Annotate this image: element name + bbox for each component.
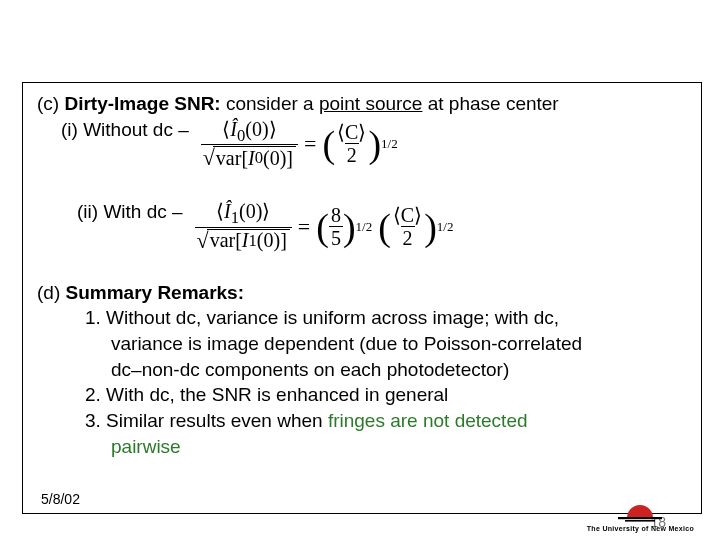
eq2-b-exp: 1/2 xyxy=(437,218,454,236)
section-c-line: (c) Dirty-Image SNR: consider a point so… xyxy=(37,91,691,117)
eq2-var: var[ xyxy=(210,230,242,251)
unm-logo-text: The University of New Mexico xyxy=(587,525,694,532)
remark-1-line3: dc–non-dc components on each photodetect… xyxy=(37,357,691,383)
eq2-bra: ⟨ xyxy=(216,200,224,222)
eq1-var: var[ xyxy=(216,148,248,169)
remark-3-line1: 3. Similar results even when fringes are… xyxy=(37,408,691,434)
unm-logo-icon xyxy=(617,498,663,524)
eq1-equals: = xyxy=(304,129,316,159)
svg-rect-1 xyxy=(625,520,655,522)
section-d-line: (d) Summary Remarks: xyxy=(37,280,691,306)
eq1-denI: I xyxy=(248,148,255,169)
eq1-rhs-den: 2 xyxy=(345,143,359,166)
remark-3-green2: pairwise xyxy=(111,436,181,457)
eq1-denarg: (0)] xyxy=(263,148,293,169)
eq2-denarg: (0)] xyxy=(257,230,287,251)
remark-2: 2. With dc, the SNR is enhanced in gener… xyxy=(37,382,691,408)
eq1-rhs-exp: 1/2 xyxy=(381,135,398,153)
eq2-a-den: 5 xyxy=(329,226,343,249)
subitem-ii-label: (ii) With dc – xyxy=(77,199,183,225)
subitem-i-label: (i) Without dc – xyxy=(61,117,189,143)
section-d-heading: Summary Remarks: xyxy=(66,282,244,303)
section-c-heading: Dirty-Image SNR: xyxy=(64,93,220,114)
eq2-a-num: 8 xyxy=(329,205,343,226)
section-c-tail1: consider a xyxy=(221,93,319,114)
eq1-numarg: (0)⟩ xyxy=(245,118,276,140)
section-d-label: (d) xyxy=(37,282,60,303)
section-c-label: (c) xyxy=(37,93,59,114)
slide: (c) Dirty-Image SNR: consider a point so… xyxy=(0,0,720,540)
remark-3-lead: 3. Similar results even when xyxy=(85,410,328,431)
footer-date: 5/8/02 xyxy=(41,491,80,507)
section-c-underlined: point source xyxy=(319,93,423,114)
eq2-numsub: 1 xyxy=(231,208,239,227)
remark-3-line2: pairwise xyxy=(37,434,691,460)
eq1-rhs-num: ⟨C⟩ xyxy=(335,122,368,143)
unm-logo: The University of New Mexico xyxy=(587,498,694,532)
remark-1-line2: variance is image dependent (due to Pois… xyxy=(37,331,691,357)
remark-1-line1: 1. Without dc, variance is uniform acros… xyxy=(37,305,691,331)
eq1-numsub: 0 xyxy=(237,126,245,145)
eq1-Ihat: Î xyxy=(230,118,237,140)
equation-2: ⟨Î1(0)⟩ √ var[I1(0)] = ( 8 5 xyxy=(195,199,454,252)
eq2-Ihat: Î xyxy=(224,200,231,222)
eq2-numarg: (0)⟩ xyxy=(239,200,270,222)
eq2-a-exp: 1/2 xyxy=(356,218,373,236)
svg-rect-0 xyxy=(618,517,662,519)
subitem-ii-row: (ii) With dc – ⟨Î1(0)⟩ √ var[I1(0)] = xyxy=(53,199,691,252)
eq2-denI: I xyxy=(242,230,249,251)
equation-1: ⟨Î0(0)⟩ √ var[I0(0)] = ( ⟨C⟩ 2 xyxy=(201,117,398,170)
remark-3-green: fringes are not detected xyxy=(328,410,528,431)
eq2-densub: 1 xyxy=(249,232,257,250)
section-c-tail2: at phase center xyxy=(422,93,558,114)
content-frame: (c) Dirty-Image SNR: consider a point so… xyxy=(22,82,702,514)
eq2-b-den: 2 xyxy=(401,226,415,249)
subitem-i-row: (i) Without dc – ⟨Î0(0)⟩ √ var[I0(0)] = xyxy=(37,117,691,170)
eq2-b-num: ⟨C⟩ xyxy=(391,205,424,226)
eq2-equals: = xyxy=(298,212,310,242)
eq1-densub: 0 xyxy=(255,149,263,167)
